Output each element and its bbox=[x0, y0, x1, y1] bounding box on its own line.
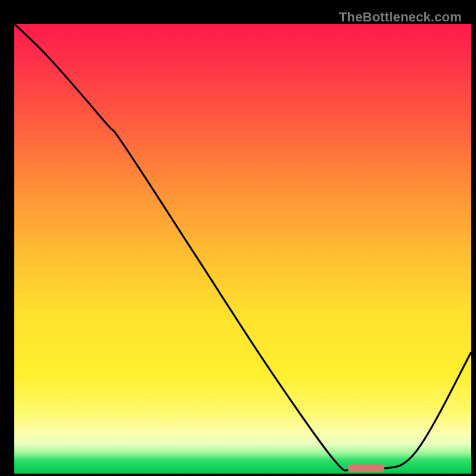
optimal-range-marker bbox=[348, 464, 384, 472]
watermark-text: TheBottleneck.com bbox=[339, 10, 462, 25]
chart-overlay bbox=[14, 24, 471, 474]
plot-area bbox=[14, 24, 471, 474]
chart-frame: TheBottleneck.com bbox=[6, 6, 470, 470]
bottleneck-curve-line bbox=[14, 24, 471, 471]
